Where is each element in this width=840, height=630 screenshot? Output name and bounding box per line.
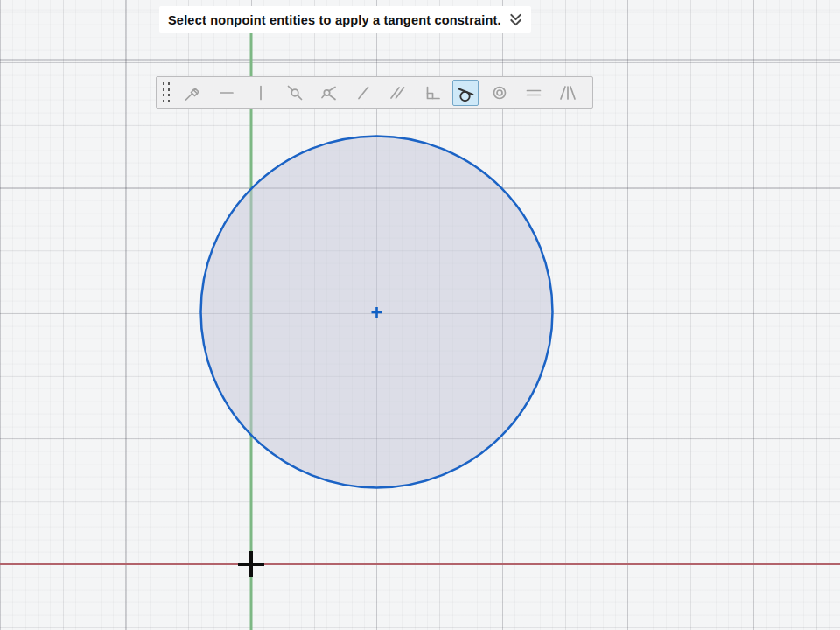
concentric-constraint-button[interactable] — [486, 80, 513, 106]
concentric-circles-icon — [490, 83, 509, 102]
midpoint-constraint-button[interactable] — [316, 80, 342, 106]
parallel-constraint-button[interactable] — [384, 80, 410, 106]
perpendicular-constraint-button[interactable] — [418, 80, 444, 106]
coincident-constraint-button[interactable] — [282, 80, 308, 106]
equal-sign-icon — [524, 83, 543, 102]
parallel-lines-icon — [388, 83, 407, 102]
vertical-constraint-button[interactable] — [248, 80, 274, 106]
crosshair-cursor — [238, 551, 264, 578]
vertical-line-icon — [251, 83, 270, 102]
equal-constraint-button[interactable] — [521, 80, 547, 106]
pin-icon — [183, 83, 202, 102]
perpendicular-icon — [422, 83, 441, 102]
hint-message-text: Select nonpoint entities to apply a tang… — [168, 13, 501, 27]
tangent-constraint-button[interactable] — [452, 80, 479, 106]
horizontal-constraint-button[interactable] — [214, 80, 240, 106]
grip-dots-icon[interactable] — [161, 81, 172, 104]
tangent-icon — [456, 83, 475, 102]
collinear-constraint-button[interactable] — [350, 80, 376, 106]
slash-line-icon — [354, 83, 373, 102]
horizontal-line-icon — [217, 83, 236, 102]
double-chevron-down-icon[interactable] — [509, 12, 522, 27]
hint-message-bar: Select nonpoint entities to apply a tang… — [159, 6, 531, 33]
fix-constraint-button[interactable] — [179, 80, 206, 106]
symmetric-constraint-button[interactable] — [555, 80, 581, 106]
symmetry-icon — [558, 83, 578, 102]
midpoint-icon — [319, 83, 339, 102]
constraints-toolbar — [156, 76, 593, 108]
coincident-icon — [285, 83, 304, 102]
